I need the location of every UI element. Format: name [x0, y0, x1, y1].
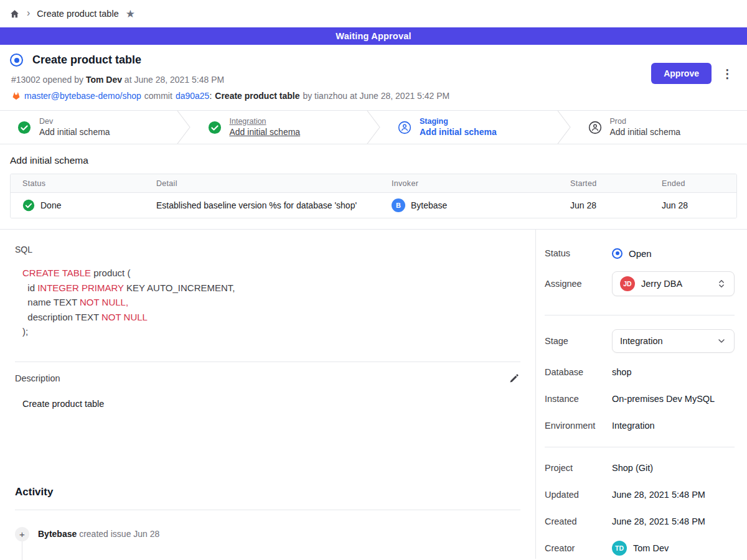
issue-header: Create product table #13002 opened by To…	[0, 45, 747, 110]
col-started: Started	[570, 179, 662, 188]
breadcrumb-separator: ›	[27, 7, 30, 19]
activity-item: + Bytebase created issue Jun 28	[15, 527, 520, 541]
task-table-header: Status Detail Invoker Started Ended	[11, 174, 736, 193]
done-check-icon	[22, 199, 35, 212]
gitlab-icon	[11, 91, 21, 101]
plus-icon: +	[15, 527, 29, 541]
stage-separator-icon	[557, 111, 571, 144]
description-label: Description	[15, 373, 60, 383]
project-row: Project Shop (Git)	[545, 459, 735, 477]
updated-row: Updated June 28, 2021 5:48 PM	[545, 486, 735, 503]
person-circle-icon	[588, 121, 602, 134]
stage-prod[interactable]: Prod Add initial schema	[571, 111, 747, 144]
divider	[545, 447, 735, 447]
environment-value: Integration	[612, 421, 735, 431]
stage-dev[interactable]: Dev Add initial schema	[0, 111, 177, 144]
stage-env-label: Dev	[39, 116, 110, 127]
commit-byline: by tianzhou at June 28, 2021 5:42 PM	[303, 91, 449, 101]
meta-author: Tom Dev	[86, 75, 122, 85]
check-circle-icon	[17, 121, 31, 134]
bookmark-star-icon[interactable]: ★	[126, 9, 135, 19]
issue-open-icon	[10, 54, 23, 67]
meta-prefix: #13002 opened by	[11, 75, 86, 85]
created-row: Created June 28, 2021 5:48 PM	[545, 513, 735, 530]
stage-env-label: Prod	[610, 116, 681, 127]
database-label: Database	[545, 367, 612, 377]
stage-staging[interactable]: Staging Add initial schema	[380, 111, 557, 144]
commit-hash-link[interactable]: da90a25	[176, 91, 210, 101]
creator-row: Creator TD Tom Dev	[545, 539, 735, 557]
issue-sidebar: Status Open Assignee JD Jerry DBA Stage …	[535, 230, 747, 559]
sql-label: SQL	[15, 245, 520, 254]
updated-value: June 28, 2021 5:48 PM	[612, 490, 735, 500]
home-icon[interactable]	[9, 9, 20, 19]
branch-link[interactable]: master@bytebase-demo/shop	[24, 91, 141, 101]
col-ended: Ended	[662, 179, 736, 188]
stage-value: Integration	[620, 336, 663, 346]
assignee-select[interactable]: JD Jerry DBA	[612, 271, 735, 296]
waiting-approval-banner: Waiting Approval	[0, 27, 747, 45]
instance-label: Instance	[545, 394, 612, 404]
stage-task-label: Add initial schema	[420, 126, 497, 138]
commit-colon: :	[209, 91, 212, 101]
creator-value: Tom Dev	[633, 543, 669, 553]
edit-pencil-icon[interactable]	[507, 372, 520, 385]
pipeline: Dev Add initial schema Integration Add i…	[0, 110, 747, 144]
environment-row: Environment Integration	[545, 417, 735, 434]
assignee-value: Jerry DBA	[641, 279, 682, 289]
database-value: shop	[612, 367, 735, 377]
bytebase-avatar: B	[392, 198, 405, 212]
instance-row: Instance On-premises Dev MySQL	[545, 390, 735, 408]
instance-value: On-premises Dev MySQL	[612, 394, 735, 404]
breadcrumb: › Create product table ★	[0, 0, 747, 27]
approve-button[interactable]: Approve	[651, 63, 712, 84]
stage-task-label: Add initial schema	[39, 126, 110, 138]
updown-chevron-icon	[716, 278, 726, 289]
commit-message: Create product table	[215, 91, 299, 101]
database-row: Database shop	[545, 363, 735, 381]
activity-title: Activity	[15, 486, 520, 498]
project-label: Project	[545, 463, 612, 473]
status-row: Status Open	[545, 245, 735, 262]
chevron-down-icon	[716, 336, 726, 346]
task-status: Done	[40, 200, 61, 210]
project-value: Shop (Git)	[612, 463, 735, 473]
updated-label: Updated	[545, 490, 612, 500]
status-value: Open	[629, 248, 652, 259]
main-column: SQL CREATE TABLE product ( id INTEGER PR…	[0, 230, 535, 559]
stage-env-label: Integration	[230, 116, 301, 127]
stage-integration[interactable]: Integration Add initial schema	[190, 111, 367, 144]
stage-separator-icon	[177, 111, 190, 144]
check-circle-icon	[208, 121, 222, 134]
meta-suffix: at June 28, 2021 5:48 PM	[122, 75, 224, 85]
status-label: Status	[545, 248, 612, 258]
timeline-line	[22, 541, 22, 560]
commit-word: commit	[144, 91, 172, 101]
task-section-title: Add initial schema	[10, 155, 737, 166]
assignee-label: Assignee	[545, 279, 612, 289]
table-row[interactable]: Done Established baseline version %s for…	[11, 193, 736, 218]
environment-label: Environment	[545, 421, 612, 431]
col-invoker: Invoker	[392, 179, 570, 188]
description-text: Create product table	[22, 399, 520, 409]
breadcrumb-title[interactable]: Create product table	[37, 9, 118, 19]
issue-meta: #13002 opened by Tom Dev at June 28, 202…	[11, 75, 737, 85]
stage-separator-icon	[367, 111, 380, 144]
stage-select[interactable]: Integration	[612, 329, 735, 353]
jerry-avatar: JD	[620, 276, 635, 291]
sql-code: CREATE TABLE product ( id INTEGER PRIMAR…	[22, 266, 520, 339]
kebab-menu-icon[interactable]: ⋮	[719, 67, 736, 81]
stage-row: Stage Integration	[545, 329, 735, 353]
stage-task-label: Add initial schema	[230, 126, 301, 138]
activity-action: created issue Jun 28	[77, 529, 159, 539]
task-section: Add initial schema Status Detail Invoker…	[0, 144, 747, 229]
created-label: Created	[545, 516, 612, 526]
task-detail: Established baseline version %s for data…	[156, 200, 392, 210]
divider	[15, 510, 520, 510]
task-table: Status Detail Invoker Started Ended Done…	[10, 174, 737, 218]
banner-text: Waiting Approval	[336, 31, 411, 41]
person-circle-icon	[398, 121, 411, 134]
tom-avatar: TD	[612, 541, 627, 556]
divider	[545, 315, 735, 315]
stage-env-label: Staging	[420, 116, 497, 127]
